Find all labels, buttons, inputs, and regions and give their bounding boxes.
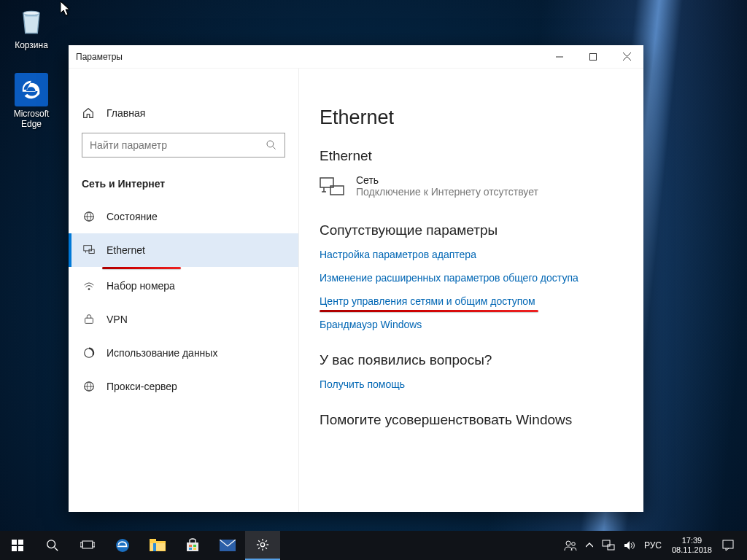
proxy-icon [82,380,96,393]
desktop-icon-recycle-bin[interactable]: Корзина [3,4,60,50]
svg-rect-37 [193,548,196,550]
tray-volume-icon[interactable] [619,531,640,560]
svg-point-0 [23,11,39,15]
sidebar-item-label: VPN [107,314,128,325]
search-taskbar-icon[interactable] [35,531,70,560]
data-usage-icon [82,346,96,359]
desktop: Корзина Microsoft Edge Параметры Главная [0,0,747,560]
taskbar-mail[interactable] [210,531,245,560]
minimize-button[interactable] [543,45,576,69]
sidebar-item-label: Прокси-сервер [107,381,177,392]
dialup-icon [82,279,96,292]
sidebar-item-label: Ethernet [107,244,145,256]
sidebar-item-dialup[interactable]: Набор номера [69,269,298,303]
taskbar-settings[interactable] [245,531,280,560]
network-status: Подключение к Интернету отсутствует [356,186,538,198]
section-heading-help: У вас появились вопросы? [320,352,623,368]
taskbar-store[interactable] [175,531,210,560]
section-heading-improve: Помогите усовершенствовать Windows [320,412,623,428]
svg-rect-12 [85,318,93,323]
svg-rect-21 [12,546,17,551]
sidebar-home-label: Главная [107,107,145,119]
search-icon [266,139,277,151]
link-network-center[interactable]: Центр управления сетями и общим доступом [320,295,535,307]
tray-date: 08.11.2018 [672,545,712,555]
svg-point-41 [572,542,576,546]
svg-rect-30 [150,539,156,542]
tray-people-icon[interactable] [560,531,581,560]
svg-rect-44 [723,540,733,548]
sidebar-item-vpn[interactable]: VPN [69,303,298,336]
sidebar-item-proxy[interactable]: Прокси-сервер [69,370,298,403]
section-heading-related: Сопутствующие параметры [320,222,623,238]
sidebar-item-label: Набор номера [107,280,175,292]
start-button[interactable] [0,531,35,560]
edge-icon [15,73,48,106]
taskbar-explorer[interactable] [140,531,175,560]
svg-rect-2 [590,53,597,60]
sidebar-home[interactable]: Главная [69,106,298,133]
network-name: Сеть [356,174,538,186]
svg-rect-27 [93,542,95,547]
svg-rect-35 [193,545,196,547]
desktop-icon-label: Корзина [3,40,60,50]
status-icon [82,210,96,223]
system-tray: РУС 17:39 08.11.2018 [560,531,747,560]
svg-line-24 [55,548,58,551]
section-heading-ethernet: Ethernet [320,148,623,164]
tray-network-icon[interactable] [597,531,619,560]
svg-point-5 [267,141,274,147]
cursor-icon [61,1,72,16]
svg-rect-20 [18,540,23,545]
show-desktop-button[interactable] [738,531,747,560]
desktop-icon-edge[interactable]: Microsoft Edge [3,73,60,129]
svg-line-6 [273,147,276,149]
content-panel: Ethernet Ethernet Сеть Подключение к Инт… [299,69,643,512]
sidebar-item-ethernet[interactable]: Ethernet [69,233,298,267]
vpn-icon [82,313,96,326]
network-icon [320,177,346,198]
sidebar-item-label: Состояние [107,211,158,222]
svg-point-23 [47,540,55,548]
ethernet-icon [82,244,96,257]
taskbar-edge[interactable] [105,531,140,560]
recycle-bin-icon [15,4,48,38]
link-get-help[interactable]: Получить помощь [320,378,405,390]
svg-rect-34 [189,545,192,547]
taskbar: РУС 17:39 08.11.2018 [0,531,747,560]
tray-clock[interactable]: 17:39 08.11.2018 [666,531,718,560]
tray-time: 17:39 [682,536,703,545]
svg-rect-19 [12,540,17,545]
search-input-wrap[interactable] [82,133,285,158]
link-advanced-sharing[interactable]: Изменение расширенных параметров общего … [320,272,578,284]
desktop-icon-label: Microsoft Edge [3,109,60,129]
svg-rect-26 [80,542,82,547]
sidebar-item-status[interactable]: Состояние [69,200,298,233]
svg-point-39 [260,542,264,546]
svg-rect-32 [153,543,156,551]
svg-rect-42 [603,540,610,546]
close-button[interactable] [610,45,643,69]
search-input[interactable] [90,139,266,151]
titlebar[interactable]: Параметры [69,45,643,69]
svg-rect-33 [187,542,198,551]
tray-notifications-icon[interactable] [718,531,738,560]
sidebar-category: Сеть и Интернет [69,178,298,200]
maximize-button[interactable] [576,45,610,69]
svg-point-11 [88,288,90,290]
svg-rect-31 [150,543,165,551]
settings-window: Параметры Главная Сеть и Интернет [69,45,643,512]
window-title: Параметры [76,52,123,62]
task-view-icon[interactable] [70,531,105,560]
tray-language[interactable]: РУС [640,531,666,560]
link-firewall[interactable]: Брандмауэр Windows [320,319,422,330]
sidebar-item-datausage[interactable]: Использование данных [69,336,298,370]
svg-rect-22 [18,546,23,551]
svg-rect-43 [608,545,614,550]
svg-point-40 [566,541,570,545]
ethernet-connection[interactable]: Сеть Подключение к Интернету отсутствует [320,174,623,198]
link-adapter-settings[interactable]: Настройка параметров адаптера [320,249,476,260]
sidebar: Главная Сеть и Интернет Состояние Ethern… [69,69,299,512]
sidebar-item-label: Использование данных [107,347,217,359]
tray-chevron-up-icon[interactable] [581,531,597,560]
